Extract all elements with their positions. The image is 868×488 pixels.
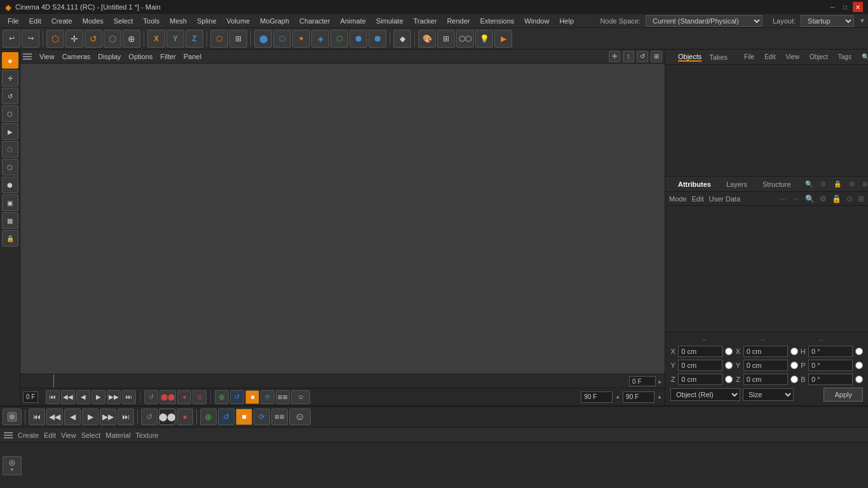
sculpt-tool[interactable]: 🎨 <box>418 30 436 48</box>
node-space-dropdown[interactable]: Current (Standard/Physical) <box>646 15 763 27</box>
main-viewport[interactable] <box>20 64 665 374</box>
play-btn[interactable]: ▶ <box>92 390 105 404</box>
frame-up-btn[interactable]: ▲ <box>657 379 662 384</box>
menu-render[interactable]: Render <box>442 14 475 28</box>
keyframe-btn[interactable]: ⬤⬤ <box>159 390 176 404</box>
undo-button[interactable]: ↩ <box>3 30 20 48</box>
auto-key-btn[interactable]: ● <box>177 390 191 404</box>
spline-tool[interactable]: ✦ <box>292 30 310 48</box>
mode-object-button[interactable]: ⬡ <box>46 30 64 48</box>
anim-auto-key[interactable]: ● <box>177 409 193 425</box>
attr-search-icon[interactable]: 🔍 <box>805 180 813 187</box>
viewport-filter-menu[interactable]: Filter <box>160 53 175 60</box>
coord-h-rot-input[interactable] <box>808 346 853 357</box>
sidebar-point-mode[interactable]: ⬢ <box>2 177 18 193</box>
grid-tool[interactable]: ⊞ <box>437 30 455 48</box>
attr-filter-icon[interactable]: ⚙ <box>820 180 826 187</box>
keyframe-tool[interactable]: ◆ <box>393 30 411 48</box>
sidebar-poly-mode[interactable]: ⬡ <box>2 141 18 158</box>
viewport-maximize2[interactable]: ⊞ <box>651 51 662 62</box>
goto-end-btn[interactable]: ⏭ <box>122 390 136 404</box>
sidebar-grid-btn[interactable]: ▣ <box>2 194 18 211</box>
attr-mode-menu[interactable]: Mode <box>669 195 687 203</box>
viewport-refresh[interactable]: ↺ <box>637 51 648 62</box>
deformer-tool[interactable]: ⬡ <box>330 30 348 48</box>
coord-x-radio[interactable] <box>725 348 733 355</box>
anim-goto-end[interactable]: ⏭ <box>118 409 134 425</box>
sidebar-scale-tool[interactable]: ⬡ <box>2 105 18 122</box>
axis-y-button[interactable]: Y <box>166 30 184 48</box>
layout-dropdown[interactable]: Startup <box>801 15 854 27</box>
field-tool[interactable]: ⬢ <box>369 30 386 48</box>
render-button[interactable]: ▶ <box>494 30 512 48</box>
attr-expand-icon[interactable]: ⊞ <box>862 180 867 187</box>
menu-animate[interactable]: Animate <box>335 14 370 28</box>
axis-z-button[interactable]: Z <box>186 30 203 48</box>
attr-expand-btn[interactable]: ⊞ <box>858 194 864 203</box>
coord-x-pos-input[interactable] <box>678 346 722 357</box>
viewport-display-menu[interactable]: Display <box>98 53 121 60</box>
sidebar-lock-btn[interactable]: 🔒 <box>2 230 18 247</box>
sidebar-grid-btn2[interactable]: ▦ <box>2 212 18 229</box>
end-frame-input2[interactable] <box>623 391 654 403</box>
tab-structure[interactable]: Structure <box>760 179 794 189</box>
coord-b-radio[interactable] <box>855 376 863 383</box>
add-material-button[interactable]: ⊕ ▼ <box>3 456 22 475</box>
viewport-panel-menu[interactable]: Panel <box>184 53 201 60</box>
film-tool[interactable]: ⬡⬡ <box>456 30 474 48</box>
dots-grid-btn[interactable]: ⊞⊞ <box>276 390 290 404</box>
viewport-cameras-menu[interactable]: Cameras <box>62 53 91 60</box>
anim-add-key[interactable]: ⊕ <box>200 409 217 425</box>
playback-mode-btn[interactable]: ◎ <box>193 390 207 404</box>
add-key-btn[interactable]: ⊕ <box>215 390 229 404</box>
anim-goto-start[interactable]: ⏮ <box>29 409 45 425</box>
tab-objects[interactable]: Objects <box>678 53 702 62</box>
coord-y-radio[interactable] <box>725 362 733 369</box>
anim-clip-btn[interactable]: ↺ <box>218 409 234 425</box>
motion-clip-btn[interactable]: ↺ <box>230 390 244 404</box>
menu-file[interactable]: File <box>3 14 24 28</box>
menu-character[interactable]: Character <box>294 14 335 28</box>
sidebar-object-mode[interactable]: ◈ <box>2 52 18 69</box>
viewport-view-menu[interactable]: View <box>39 53 55 60</box>
window-controls[interactable]: ─ □ ✕ <box>827 2 863 12</box>
sidebar-move-tool[interactable]: ✛ <box>2 70 18 86</box>
record-btn[interactable]: ↺ <box>144 390 158 404</box>
anim-step-back[interactable]: ◀◀ <box>46 409 63 425</box>
anim-record-auto[interactable]: ⬤⬤ <box>159 409 175 425</box>
viewport-menu-icon[interactable] <box>23 53 32 60</box>
minimize-button[interactable]: ─ <box>827 2 837 12</box>
menu-spline[interactable]: Spline <box>192 14 222 28</box>
menu-extensions[interactable]: Extensions <box>475 14 519 28</box>
extra-btn[interactable]: ☺ <box>291 390 310 404</box>
coord-p-rot-input[interactable] <box>808 360 853 371</box>
anim-motion-btn[interactable]: ⟳ <box>254 409 270 425</box>
end-frame2-up[interactable]: ▲ <box>657 394 662 400</box>
next-frame-btn[interactable]: ▶▶ <box>107 390 121 404</box>
material-menu-icon[interactable] <box>4 432 13 438</box>
objects-edit-menu[interactable]: Edit <box>764 53 775 60</box>
coord-z-size-input[interactable] <box>743 374 788 385</box>
mat-select-menu[interactable]: Select <box>81 431 101 439</box>
goto-start-btn[interactable]: ⏮ <box>46 390 60 404</box>
menu-tracker[interactable]: Tracker <box>409 14 442 28</box>
menu-help[interactable]: Help <box>554 14 579 28</box>
object-tool-1[interactable]: ⬡ <box>210 30 228 48</box>
menu-simulate[interactable]: Simulate <box>371 14 409 28</box>
sidebar-edge-mode[interactable]: ⬡ <box>2 159 18 175</box>
close-button[interactable]: ✕ <box>853 2 863 12</box>
sidebar-live-select[interactable]: ▶ <box>2 123 18 140</box>
end-frame-up[interactable]: ▲ <box>615 394 620 400</box>
keying-btn[interactable] <box>3 409 22 425</box>
menu-volume[interactable]: Volume <box>222 14 255 28</box>
coord-x-size-radio[interactable] <box>790 348 798 355</box>
objects-tags-menu[interactable]: Tags <box>838 53 851 60</box>
menu-select[interactable]: Select <box>109 14 139 28</box>
coord-z-radio[interactable] <box>725 376 733 383</box>
anim-record[interactable]: ↺ <box>141 409 158 425</box>
nurbs-tool[interactable]: ◈ <box>311 30 329 48</box>
anim-next[interactable]: ▶▶ <box>100 409 116 425</box>
anim-orange-btn[interactable]: ■ <box>236 409 252 425</box>
timeline-filter-btn[interactable]: ■ <box>245 390 259 404</box>
mat-create-menu[interactable]: Create <box>18 431 39 439</box>
